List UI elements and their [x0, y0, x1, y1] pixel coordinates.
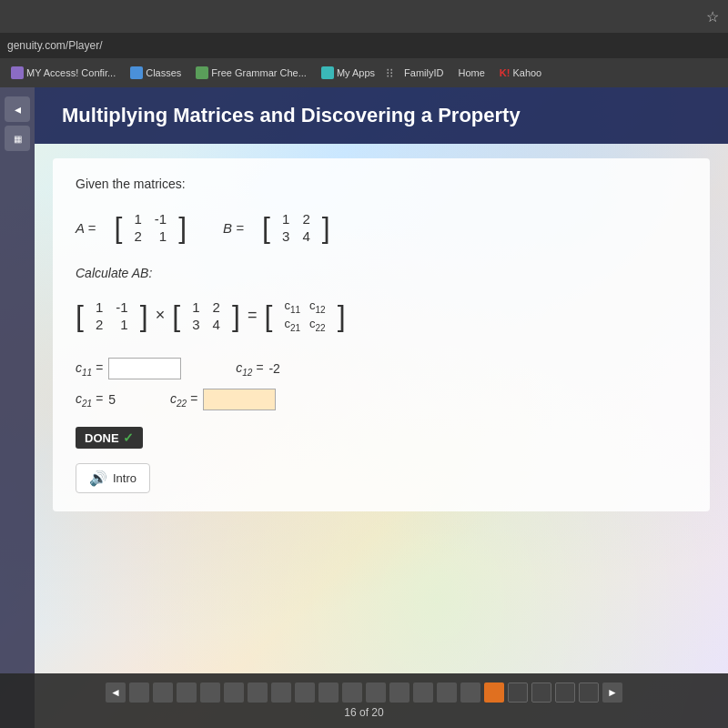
eq-result-grid: c11c12 c21c22 — [271, 295, 338, 336]
nav-dot-16[interactable] — [484, 682, 504, 703]
eq-left-grid: 1-1 21 — [83, 296, 141, 336]
bookmark-kahoot[interactable]: K! Kahoo — [494, 66, 547, 80]
nav-dot-19[interactable] — [555, 682, 575, 703]
nav-dot-2[interactable] — [153, 682, 173, 703]
calculate-label: Calculate AB: — [76, 266, 687, 280]
c12-value: -2 — [268, 361, 279, 376]
nav-dots-row: ◄ ► — [106, 682, 622, 703]
given-label: Given the matrices: — [76, 177, 687, 191]
bookmark-icon-myapps — [321, 66, 334, 79]
eq-right-grid: 12 34 — [179, 296, 233, 336]
browser-chrome: ☆ — [0, 0, 728, 33]
matrix-b-grid: 12 34 — [269, 207, 323, 248]
bookmark-my-access[interactable]: MY Access! Confir... — [5, 65, 121, 81]
nav-next-button[interactable]: ► — [602, 682, 622, 703]
nav-dot-18[interactable] — [531, 682, 551, 703]
separator-dots: ⁝⁝ — [386, 66, 393, 80]
nav-dot-3[interactable] — [177, 682, 197, 703]
page-counter: 16 of 20 — [344, 706, 383, 719]
page-title: Multiplying Matrices and Discovering a P… — [62, 104, 701, 127]
c11-input[interactable] — [108, 358, 181, 379]
c22-item: c22 = — [170, 389, 276, 410]
matrix-a-bracket: 1-1 21 — [114, 204, 187, 251]
bookmarks-bar: MY Access! Confir... Classes Free Gramma… — [0, 58, 728, 87]
nav-dot-1[interactable] — [129, 682, 149, 703]
intro-button[interactable]: 🔊 Intro — [76, 463, 150, 493]
nav-dot-11[interactable] — [366, 682, 386, 703]
nav-dot-13[interactable] — [413, 682, 433, 703]
c21-value: 5 — [108, 392, 116, 407]
c-row-1: c11 = c12 = -2 — [76, 358, 687, 379]
nav-dot-20[interactable] — [579, 682, 599, 703]
bookmark-icon-grammar — [196, 66, 208, 79]
address-bar[interactable]: genuity.com/Player/ — [0, 33, 728, 58]
matrix-a-label: A = — [76, 220, 96, 236]
c22-input[interactable] — [203, 389, 276, 410]
done-button[interactable]: DONE ✓ — [76, 427, 143, 449]
c11-label: c11 = — [76, 360, 103, 378]
nav-dot-14[interactable] — [437, 682, 457, 703]
title-area: Multiplying Matrices and Discovering a P… — [35, 87, 728, 144]
c-values-section: c11 = c12 = -2 c21 = 5 c22 = — [76, 358, 687, 410]
page-content-area: Multiplying Matrices and Discovering a P… — [35, 87, 728, 728]
bookmark-myapps[interactable]: My Apps — [316, 65, 380, 81]
c-row-2: c21 = 5 c22 = — [76, 389, 687, 410]
bookmark-classes[interactable]: Classes — [125, 65, 187, 81]
c21-item: c21 = 5 — [76, 391, 116, 409]
speaker-icon: 🔊 — [89, 470, 107, 487]
nav-dot-17[interactable] — [508, 682, 528, 703]
eq-result-matrix: c11c12 c21c22 — [264, 291, 345, 339]
content-card: Given the matrices: A = 1-1 21 B = 12 34 — [53, 158, 710, 511]
bookmark-grammar[interactable]: Free Grammar Che... — [190, 65, 312, 81]
c22-label: c22 = — [170, 391, 197, 409]
c12-item: c12 = -2 — [236, 360, 280, 378]
nav-dot-12[interactable] — [389, 682, 410, 703]
equals-sign: = — [248, 306, 258, 325]
panel-back-btn[interactable]: ◂ — [5, 96, 30, 122]
nav-dot-10[interactable] — [342, 682, 362, 703]
c11-item: c11 = — [76, 358, 181, 379]
nav-prev-button[interactable]: ◄ — [106, 682, 126, 703]
matrix-b-bracket: 12 34 — [262, 204, 330, 251]
eq-matrix-left: 1-1 21 — [76, 292, 148, 339]
bottom-navigation: ◄ ► 16 of 20 — [0, 673, 728, 728]
eq-matrix-right: 12 34 — [172, 292, 240, 339]
nav-dot-8[interactable] — [295, 682, 315, 703]
left-panel: ◂ ▦ — [0, 87, 35, 728]
intro-label: Intro — [113, 471, 136, 485]
equation-row: 1-1 21 × 12 34 = c11c12 c21c22 — [76, 291, 687, 339]
nav-dot-4[interactable] — [200, 682, 220, 703]
c12-label: c12 = — [236, 360, 263, 378]
nav-dot-15[interactable] — [460, 682, 480, 703]
bookmark-familyid[interactable]: FamilyID — [399, 66, 449, 80]
bookmark-home[interactable]: Home — [452, 66, 490, 80]
bookmark-icon-classes — [130, 66, 143, 79]
matrix-b-label: B = — [223, 220, 244, 236]
c21-label: c21 = — [76, 391, 103, 409]
multiply-sign: × — [156, 306, 166, 325]
nav-dot-7[interactable] — [271, 682, 291, 703]
nav-dot-5[interactable] — [224, 682, 244, 703]
bookmark-star-icon[interactable]: ☆ — [706, 8, 719, 25]
matrix-a-grid: 1-1 21 — [121, 207, 179, 248]
nav-dot-9[interactable] — [318, 682, 339, 703]
matrices-definition-row: A = 1-1 21 B = 12 34 — [76, 204, 687, 251]
done-label: DONE — [85, 431, 119, 445]
panel-calc-btn[interactable]: ▦ — [5, 126, 30, 151]
done-check-icon: ✓ — [123, 430, 134, 445]
main-content: ◂ ▦ Multiplying Matrices and Discovering… — [0, 87, 728, 728]
url-display: genuity.com/Player/ — [7, 39, 103, 52]
bookmark-icon-my-access — [11, 66, 24, 79]
nav-dot-6[interactable] — [248, 682, 268, 703]
